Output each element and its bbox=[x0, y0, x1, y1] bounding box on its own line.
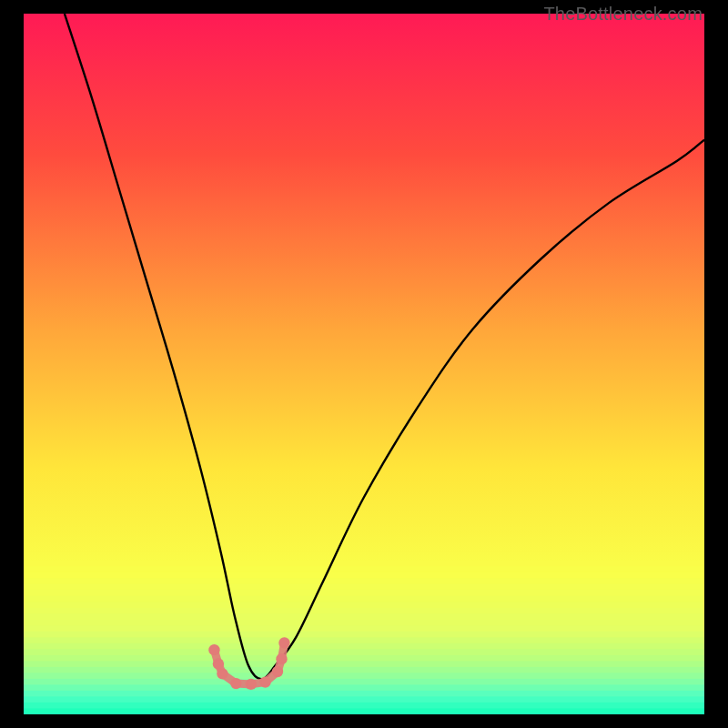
svg-rect-12 bbox=[24, 632, 704, 638]
svg-rect-8 bbox=[24, 608, 704, 614]
svg-rect-15 bbox=[24, 649, 704, 655]
svg-rect-0 bbox=[24, 561, 704, 567]
svg-rect-6 bbox=[24, 596, 704, 602]
svg-rect-24 bbox=[24, 703, 704, 709]
svg-rect-4 bbox=[24, 584, 704, 591]
svg-rect-23 bbox=[24, 696, 704, 703]
svg-rect-25 bbox=[24, 708, 704, 714]
svg-rect-18 bbox=[24, 667, 704, 673]
svg-rect-1 bbox=[24, 566, 704, 572]
svg-rect-7 bbox=[24, 602, 704, 608]
svg-rect-2 bbox=[24, 572, 704, 579]
svg-rect-20 bbox=[24, 679, 704, 685]
svg-point-42 bbox=[278, 637, 289, 648]
lower-color-bands bbox=[24, 561, 704, 714]
svg-rect-19 bbox=[24, 672, 704, 679]
svg-rect-17 bbox=[24, 661, 704, 667]
svg-rect-5 bbox=[24, 590, 704, 596]
svg-rect-21 bbox=[24, 684, 704, 691]
watermark-text: TheBottleneck.com bbox=[543, 4, 703, 25]
svg-rect-11 bbox=[24, 625, 704, 632]
chart-frame bbox=[24, 14, 704, 714]
svg-rect-22 bbox=[24, 691, 704, 697]
svg-rect-3 bbox=[24, 578, 704, 584]
svg-rect-16 bbox=[24, 655, 704, 662]
svg-rect-10 bbox=[24, 620, 704, 626]
svg-rect-9 bbox=[24, 613, 704, 620]
svg-rect-14 bbox=[24, 643, 704, 650]
svg-rect-13 bbox=[24, 637, 704, 643]
bottleneck-chart bbox=[24, 14, 704, 714]
